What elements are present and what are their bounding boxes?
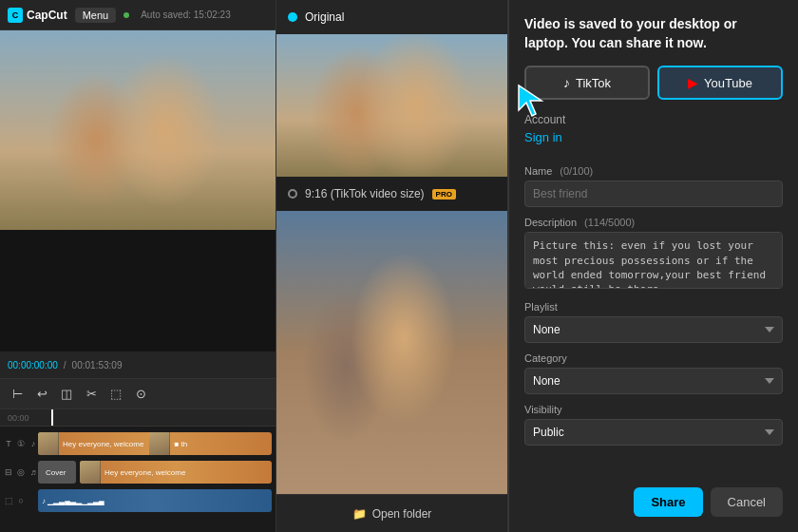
youtube-icon: ▶ [688, 75, 698, 90]
track-v-icon[interactable]: ⬚ [4, 496, 13, 505]
track-audio2-icon[interactable]: ♬ [28, 467, 38, 477]
center-panel: Original 9:16 (TikTok video size) PRO 📁 … [276, 0, 508, 532]
editor-panel: C CapCut Menu Auto saved: 15:02:23 Playe… [0, 0, 276, 532]
player-image [0, 30, 276, 230]
share-title: Video is saved to your desktop or laptop… [524, 15, 783, 52]
preview-frame-ratio [276, 211, 507, 494]
youtube-label: YouTube [704, 76, 752, 90]
name-group: Name (0/100) [524, 165, 783, 207]
share-footer: Share Cancel [524, 480, 783, 517]
ratio-label: 9:16 (TikTok video size) [305, 187, 425, 200]
time-separator: / [64, 360, 66, 370]
timeline-area: 00:00 T ① ♪ Hey everyone, welcome ■ th [0, 408, 276, 532]
tool-settings-icon[interactable]: ⊙ [131, 385, 150, 404]
time-start: 00:00:00:00 [8, 360, 58, 370]
table-row: ⊟ ◎ ♬ Cover Hey everyone, welcome [4, 459, 272, 485]
category-label: Category [524, 352, 783, 364]
preview-image-ratio [276, 211, 507, 494]
tiktok-icon: ♪ [563, 75, 570, 90]
ruler-time: 00:00 [8, 413, 29, 423]
pro-badge: PRO [432, 189, 456, 200]
auto-saved-text: Auto saved: 15:02:23 [141, 10, 231, 20]
visibility-select[interactable]: Public [524, 419, 783, 446]
svg-marker-0 [519, 86, 542, 116]
tool-cut-icon[interactable]: ✂ [82, 385, 101, 404]
track-audio-icon[interactable]: ♪ [28, 439, 38, 448]
sign-in-link[interactable]: Sign in [524, 130, 783, 144]
description-group: Description (114/5000) Picture this: eve… [524, 217, 783, 292]
playhead [51, 409, 53, 426]
track-audio-bar[interactable]: ♪ ▁▂▃▄▃▂▁▂▃▄ [38, 489, 272, 512]
playlist-select[interactable]: None [524, 316, 783, 343]
visibility-label: Visibility [524, 404, 783, 415]
original-label: Original [305, 10, 344, 24]
visibility-group: Visibility Public [524, 404, 783, 446]
cover-label: Cover [42, 468, 69, 477]
category-label-text: Category [524, 352, 567, 364]
track-lock2-icon[interactable]: ⊟ [4, 467, 13, 477]
track-label-2: Hey everyone, welcome [101, 468, 189, 477]
open-folder-button[interactable]: 📁 Open folder [276, 494, 507, 532]
track-thumbnail [38, 432, 59, 455]
track-video-1[interactable]: Hey everyone, welcome ■ th [38, 432, 272, 455]
name-input[interactable] [524, 180, 783, 207]
visibility-label-text: Visibility [524, 404, 562, 415]
account-section: Account Sign in [524, 113, 783, 156]
open-folder-label: Open folder [372, 507, 432, 521]
track-thumbnail-3 [80, 461, 101, 484]
preview-header-ratio: 9:16 (TikTok video size) PRO [276, 177, 507, 211]
app-name: CapCut [27, 9, 67, 22]
capcut-logo: C CapCut [8, 8, 67, 23]
cancel-button[interactable]: Cancel [711, 487, 783, 517]
track-m-icon[interactable]: ○ [16, 496, 26, 505]
track-label-1b: ■ th [170, 440, 191, 448]
preview-frame-original [276, 34, 507, 177]
table-row: T ① ♪ Hey everyone, welcome ■ th [4, 430, 272, 457]
player-video-frame [0, 30, 276, 230]
timeline-ruler: 00:00 [0, 409, 276, 427]
track-thumbnail-2 [149, 432, 170, 455]
tool-undo-icon[interactable]: ↩ [32, 385, 51, 404]
playlist-label: Playlist [524, 301, 783, 313]
playlist-label-text: Playlist [524, 301, 558, 313]
track-controls-1: T ① ♪ [4, 439, 38, 448]
track-eye2-icon[interactable]: ◎ [16, 467, 26, 477]
timeline-controls: 00:00:00:00 / 00:01:53:09 [0, 352, 276, 378]
table-row: ⬚ ○ ♪ ▁▂▃▄▃▂▁▂▃▄ [4, 487, 272, 514]
description-input[interactable]: Picture this: even if you lost your most… [524, 232, 783, 289]
time-end: 00:01:53:09 [72, 360, 123, 370]
status-dot [124, 12, 129, 18]
tool-trim-icon[interactable]: ◫ [57, 385, 76, 404]
tool-mark-in-icon[interactable]: ⬚ [106, 385, 125, 404]
share-panel: Video is saved to your desktop or laptop… [508, 0, 798, 532]
track-controls-2: ⊟ ◎ ♬ [4, 467, 38, 477]
cursor-arrow [515, 82, 553, 120]
menu-button[interactable]: Menu [75, 8, 117, 23]
track-controls-3: ⬚ ○ [4, 496, 38, 505]
player-area: Player [0, 30, 276, 352]
share-button[interactable]: Share [634, 487, 702, 517]
platform-row: ♪ TikTok ▶ YouTube [524, 66, 783, 100]
radio-original[interactable] [288, 12, 297, 22]
track-cover[interactable]: Cover [38, 461, 76, 484]
tool-split-icon[interactable]: ⊢ [8, 385, 27, 404]
preview-header-original: Original [276, 0, 507, 34]
editor-topbar: C CapCut Menu Auto saved: 15:02:23 [0, 0, 276, 30]
playlist-group: Playlist None [524, 301, 783, 343]
track-eye-icon[interactable]: ① [16, 439, 26, 448]
track-audio-label: ♪ ▁▂▃▄▃▂▁▂▃▄ [38, 497, 108, 505]
track-label-1: Hey everyone, welcome [59, 440, 147, 448]
category-group: Category None [524, 352, 783, 394]
track-lock-icon[interactable]: T [4, 439, 13, 448]
timeline-tracks: T ① ♪ Hey everyone, welcome ■ th ⊟ ◎ ♬ [0, 427, 276, 520]
youtube-button[interactable]: ▶ YouTube [657, 66, 783, 100]
description-label-text: Description [524, 217, 577, 228]
category-select[interactable]: None [524, 368, 783, 394]
radio-ratio[interactable] [288, 189, 297, 199]
preview-image-original [276, 34, 507, 177]
toolbar-row: ⊢ ↩ ◫ ✂ ⬚ ⊙ [0, 378, 276, 408]
tiktok-label: TikTok [576, 76, 611, 90]
account-label: Account [524, 113, 783, 126]
track-video-2[interactable]: Hey everyone, welcome [80, 461, 272, 484]
name-label-text: Name [524, 165, 552, 177]
